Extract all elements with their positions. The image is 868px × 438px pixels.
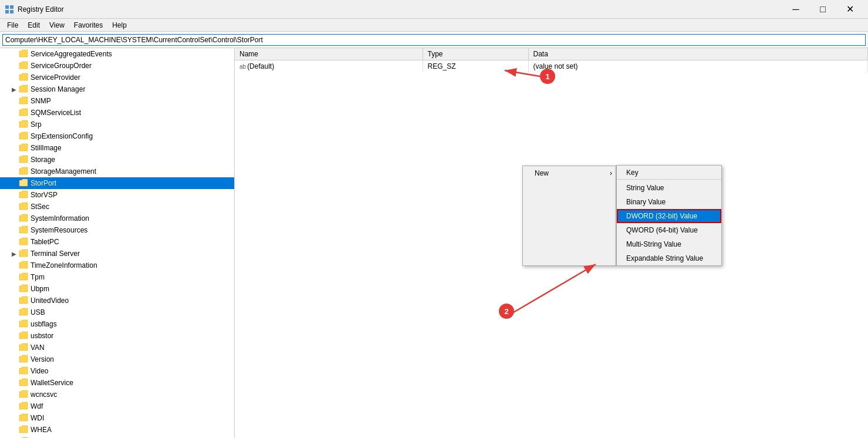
context-menu[interactable]: New › <box>522 166 616 266</box>
minimize-button[interactable]: ─ <box>782 0 809 19</box>
svg-rect-3 <box>10 10 13 14</box>
tree-item[interactable]: VAN <box>0 342 234 353</box>
tree-item[interactable]: WDI <box>0 412 234 424</box>
tree-item[interactable]: StSec <box>0 201 234 213</box>
tree-item[interactable]: usbstor <box>0 330 234 342</box>
ctx-submenu-item[interactable]: Multi-String Value <box>617 237 721 251</box>
tree-item[interactable]: ServiceAggregatedEvents <box>0 48 234 60</box>
tree-item[interactable]: USB <box>0 306 234 318</box>
ctx-submenu-item[interactable]: Expandable String Value <box>617 251 721 265</box>
menu-edit[interactable]: Edit <box>23 20 45 31</box>
folder-icon <box>19 413 28 423</box>
tree-item[interactable]: StorVSP <box>0 189 234 201</box>
address-input[interactable] <box>2 34 866 46</box>
menu-help[interactable]: Help <box>107 20 131 31</box>
folder-icon <box>19 85 28 95</box>
folder-icon <box>19 390 28 400</box>
tree-item[interactable]: StorPort <box>0 177 234 189</box>
ctx-submenu[interactable]: KeyString ValueBinary ValueDWORD (32-bit… <box>616 165 722 266</box>
tree-item-label: SystemInformation <box>31 214 89 223</box>
registry-table: Name Type Data ab(Default)REG_SZ(value n… <box>235 48 868 72</box>
tree-item[interactable]: Video <box>0 365 234 377</box>
tree-item[interactable]: wcncsvc <box>0 389 234 400</box>
tree-item-label: wcncsvc <box>31 390 57 399</box>
tree-item-label: UnitedVideo <box>31 297 69 305</box>
tree-item[interactable]: SystemInformation <box>0 213 234 224</box>
tree-item-label: TimeZoneInformation <box>31 261 97 269</box>
ctx-new[interactable]: New › <box>523 166 616 180</box>
tree-item[interactable]: ▶ Session Manager <box>0 83 234 95</box>
tree-item[interactable]: UnitedVideo <box>0 295 234 306</box>
tree-item[interactable]: ServiceGroupOrder <box>0 60 234 72</box>
tree-item[interactable]: SrpExtensionConfig <box>0 130 234 142</box>
address-bar <box>0 32 868 48</box>
ctx-submenu-item[interactable]: DWORD (32-bit) Value <box>617 209 721 223</box>
svg-rect-0 <box>5 5 9 9</box>
app-icon <box>5 5 14 14</box>
tree-item-label: Ubpm <box>31 285 49 293</box>
folder-icon <box>19 355 28 365</box>
folder-icon <box>19 214 28 224</box>
cell-data: (value not set) <box>528 60 868 73</box>
tree-item[interactable]: WHEA <box>0 424 234 436</box>
tree-item[interactable]: TimeZoneInformation <box>0 260 234 271</box>
tree-item[interactable]: Tpm <box>0 271 234 283</box>
tree-expand-icon <box>9 155 19 164</box>
title-bar: Registry Editor ─ □ ✕ <box>0 0 868 19</box>
tree-expand-icon: ▶ <box>9 85 19 94</box>
annotation-circle-2: 2 <box>499 304 514 319</box>
tree-item-label: StSec <box>31 203 49 211</box>
tree-item-label: ServiceAggregatedEvents <box>31 50 112 58</box>
col-name: Name <box>235 48 423 60</box>
tree-item[interactable]: SystemResources <box>0 224 234 236</box>
menu-bar: File Edit View Favorites Help <box>0 19 868 32</box>
folder-icon <box>19 308 28 318</box>
annotation-circle-1: 1 <box>540 69 555 84</box>
tree-item[interactable]: ▶ Terminal Server <box>0 248 234 260</box>
tree-expand-icon <box>9 96 19 106</box>
tree-expand-icon <box>9 143 19 153</box>
tree-item[interactable]: Srp <box>0 119 234 130</box>
cell-type: REG_SZ <box>423 60 528 73</box>
menu-file[interactable]: File <box>2 20 23 31</box>
ctx-submenu-item[interactable]: Binary Value <box>617 195 721 209</box>
tree-item[interactable]: Storage <box>0 154 234 166</box>
context-menu-container: New › KeyString ValueBinary ValueDWORD (… <box>522 166 722 266</box>
tree-item[interactable]: ServiceProvider <box>0 72 234 83</box>
maximize-button[interactable]: □ <box>809 0 836 19</box>
tree-item-label: Terminal Server <box>31 250 80 258</box>
tree-item-label: Version <box>31 355 54 363</box>
folder-icon <box>19 296 28 306</box>
tree-expand-icon <box>9 202 19 211</box>
tree-item[interactable]: WalletService <box>0 377 234 389</box>
folder-icon <box>19 108 28 118</box>
tree-item[interactable]: TabletPC <box>0 236 234 248</box>
tree-item[interactable]: Windows <box>0 436 234 438</box>
tree-item-label: SNMP <box>31 97 51 105</box>
ctx-submenu-item[interactable]: String Value <box>617 181 721 195</box>
ctx-submenu-item[interactable]: QWORD (64-bit) Value <box>617 223 721 237</box>
ctx-submenu-item[interactable]: Key <box>617 166 721 180</box>
tree-item-label: WHEA <box>31 426 52 434</box>
tree-item[interactable]: SQMServiceList <box>0 107 234 119</box>
close-button[interactable]: ✕ <box>836 0 863 19</box>
folder-icon <box>19 143 28 153</box>
folder-icon <box>19 96 28 106</box>
tree-expand-icon <box>9 178 19 188</box>
menu-favorites[interactable]: Favorites <box>69 20 107 31</box>
menu-view[interactable]: View <box>45 20 69 31</box>
tree-item[interactable]: Wdf <box>0 400 234 412</box>
tree-item[interactable]: StillImage <box>0 142 234 154</box>
tree-item[interactable]: Ubpm <box>0 283 234 295</box>
tree-item-label: TabletPC <box>31 238 59 246</box>
tree-item[interactable]: StorageManagement <box>0 166 234 177</box>
tree-expand-icon <box>9 402 19 411</box>
tree-item-label: WDI <box>31 414 44 422</box>
folder-icon <box>19 343 28 353</box>
tree-pane[interactable]: ServiceAggregatedEvents ServiceGroupOrde… <box>0 48 235 438</box>
tree-item[interactable]: usbflags <box>0 318 234 330</box>
folder-icon <box>19 402 28 412</box>
tree-item[interactable]: Version <box>0 353 234 365</box>
tree-item-label: StorVSP <box>31 191 58 199</box>
tree-item[interactable]: SNMP <box>0 95 234 107</box>
